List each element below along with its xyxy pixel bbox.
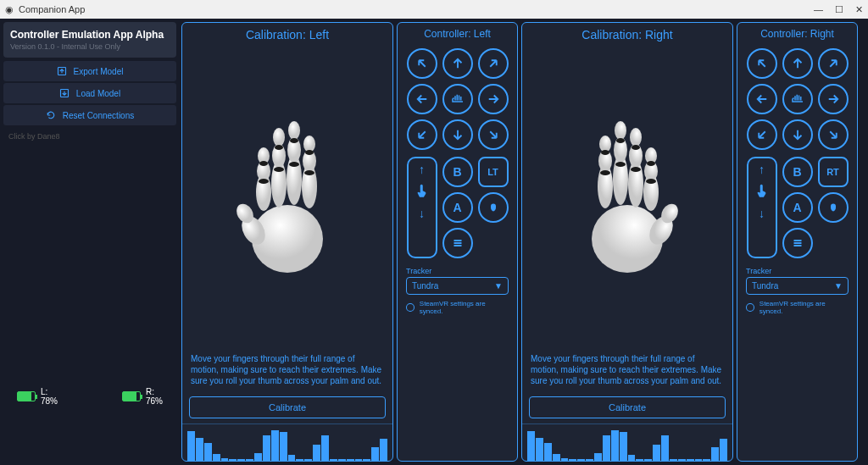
dpad-upright-button[interactable] <box>478 48 509 79</box>
tracker-right-select[interactable]: Tundra ▼ <box>746 277 849 295</box>
svg-point-43 <box>632 145 640 150</box>
hand-right-viewer[interactable] <box>522 47 732 346</box>
dpad-upleft-button-r[interactable] <box>747 48 777 79</box>
calibration-left-panel: Calibration: Left M <box>181 22 393 462</box>
load-model-button[interactable]: Load Model <box>3 83 176 103</box>
sync-left-radio[interactable] <box>406 303 415 312</box>
export-icon <box>57 66 67 76</box>
dpad-upright-button-r[interactable] <box>818 48 849 79</box>
battery-left-icon <box>17 391 36 401</box>
battery-left-label: L: <box>41 387 58 396</box>
battery-right-label: R: <box>146 387 163 396</box>
minimize-button[interactable]: — <box>814 4 823 15</box>
dpad-downright-button[interactable] <box>478 119 509 150</box>
dpad-down-button[interactable] <box>442 119 473 150</box>
svg-point-45 <box>616 138 625 143</box>
dpad-right-button-r[interactable] <box>818 84 849 114</box>
dpad-downleft-button[interactable] <box>407 119 437 150</box>
dpad-center-button[interactable] <box>442 84 473 114</box>
hand-left-viewer[interactable] <box>182 47 392 346</box>
tracker-left-value: Tundra <box>412 281 438 291</box>
sync-right-radio[interactable] <box>746 303 754 312</box>
sidebar: Controller Emulation App Alpha Version 0… <box>0 19 180 465</box>
grip-button-r[interactable] <box>818 192 849 223</box>
close-button[interactable]: ✕ <box>855 4 863 15</box>
dpad-center-button-r[interactable] <box>782 84 813 114</box>
calibration-left-bars <box>182 423 392 461</box>
maximize-button[interactable]: ☐ <box>835 4 843 15</box>
app-icon: ◉ <box>5 4 14 15</box>
dpad-up-button[interactable] <box>442 48 473 79</box>
calibration-right-bars <box>522 423 732 461</box>
export-label: Export Model <box>74 67 124 76</box>
app-version: Version 0.1.0 - Internal Use Only <box>10 42 170 51</box>
svg-point-47 <box>601 150 609 155</box>
tracker-left-select[interactable]: Tundra ▼ <box>406 277 509 295</box>
b-button[interactable]: B <box>442 157 473 187</box>
svg-point-42 <box>631 167 641 172</box>
calibrate-left-button[interactable]: Calibrate <box>189 396 386 418</box>
sync-left-text: SteamVR settings are synced. <box>420 300 509 315</box>
grip-button[interactable] <box>478 192 509 223</box>
svg-point-18 <box>259 161 268 166</box>
right-trigger-button[interactable]: RT <box>818 157 849 187</box>
svg-point-24 <box>305 150 314 155</box>
controller-right-title: Controller: Right <box>737 23 857 45</box>
left-trigger-button[interactable]: LT <box>478 157 509 187</box>
tracker-left-label: Tracker <box>406 267 509 275</box>
dpad-downleft-button-r[interactable] <box>747 119 777 150</box>
app-title: Controller Emulation App Alpha <box>10 29 170 41</box>
b-button-r[interactable]: B <box>782 157 813 187</box>
battery-status: L: 78% R: 76% <box>17 387 163 406</box>
stick-left-column[interactable]: ↑ ↓ <box>407 157 437 258</box>
chevron-down-icon: ▼ <box>494 281 503 291</box>
reset-connections-button[interactable]: Reset Connections <box>3 105 176 125</box>
load-label: Load Model <box>76 89 120 98</box>
dpad-right-button[interactable] <box>478 84 509 114</box>
tracker-right-label: Tracker <box>746 267 849 275</box>
window-titlebar: ◉ Companion App — ☐ ✕ <box>0 0 868 19</box>
hand-left-icon <box>220 112 355 281</box>
calibration-right-panel: Calibration: Right <box>521 22 733 462</box>
menu-button[interactable] <box>442 228 473 258</box>
battery-left-pct: 78% <box>41 396 58 406</box>
dpad-left-button[interactable] <box>407 84 437 114</box>
dpad-downright-button-r[interactable] <box>818 119 849 150</box>
stick-down-icon-r: ↓ <box>759 208 765 219</box>
a-button-r[interactable]: A <box>782 192 813 223</box>
controller-left-title: Controller: Left <box>398 23 517 45</box>
stick-up-icon: ↑ <box>419 163 425 175</box>
export-model-button[interactable]: Export Model <box>3 61 176 81</box>
svg-point-19 <box>274 167 284 172</box>
sidebar-note: Click by Dane8 <box>3 127 176 146</box>
calibration-left-title: Calibration: Left <box>182 23 392 47</box>
svg-point-34 <box>615 121 626 140</box>
window-title: Companion App <box>19 4 85 14</box>
calibration-left-instruction: Move your fingers through their full ran… <box>182 346 392 393</box>
stick-up-icon-r: ↑ <box>759 163 765 175</box>
reset-label: Reset Connections <box>63 111 135 120</box>
stick-right-column[interactable]: ↑ ↓ <box>747 157 777 258</box>
hand-right-icon <box>559 112 695 281</box>
svg-point-40 <box>646 179 656 184</box>
load-icon <box>59 88 70 98</box>
dpad-down-button-r[interactable] <box>782 119 813 150</box>
svg-point-17 <box>259 179 269 184</box>
a-button[interactable]: A <box>442 192 473 223</box>
calibrate-right-button[interactable]: Calibrate <box>529 396 726 418</box>
menu-button-r[interactable] <box>782 228 813 258</box>
svg-point-11 <box>288 121 300 140</box>
svg-point-22 <box>290 138 298 143</box>
sync-right-text: SteamVR settings are synced. <box>760 300 849 315</box>
battery-right-pct: 76% <box>146 396 163 406</box>
dpad-left-button-r[interactable] <box>747 84 777 114</box>
dpad-upleft-button[interactable] <box>407 48 437 79</box>
controller-right-panel: Controller: Right ↑ ↓ B A RT <box>737 22 858 462</box>
controller-left-panel: Controller: Left ↑ ↓ B A LT <box>397 22 518 462</box>
svg-point-44 <box>615 162 626 167</box>
stick-touch-icon <box>415 184 430 199</box>
chevron-down-icon-r: ▼ <box>834 281 843 291</box>
dpad-up-button-r[interactable] <box>782 48 813 79</box>
svg-point-23 <box>304 170 314 175</box>
calibration-right-title: Calibration: Right <box>522 23 732 47</box>
